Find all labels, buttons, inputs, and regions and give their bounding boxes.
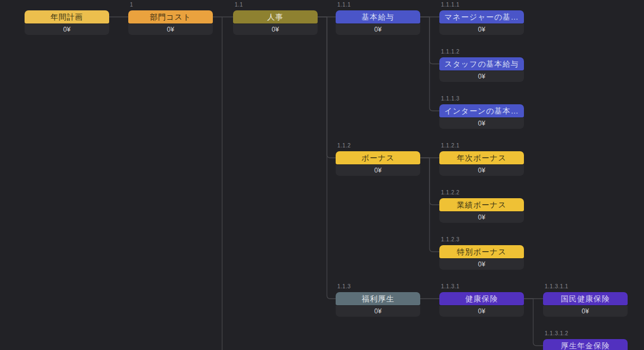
node-code-label: 1.1.3.1.1 — [545, 283, 568, 290]
node-annual[interactable]: 年間計画0¥ — [25, 10, 109, 35]
node-staff-salary[interactable]: 1.1.1.2スタッフの基本給与0¥ — [439, 57, 524, 82]
node-title: 厚生年金保険 — [543, 339, 628, 350]
node-benefits[interactable]: 1.1.3福利厚生0¥ — [336, 292, 420, 317]
node-special-bonus[interactable]: 1.1.2.3特別ボーナス0¥ — [439, 245, 524, 270]
node-bonus[interactable]: 1.1.2ボーナス0¥ — [336, 151, 420, 176]
node-code-label: 1.1.2.1 — [441, 143, 460, 149]
node-base-salary[interactable]: 1.1.1基本給与0¥ — [336, 10, 420, 35]
node-code-label: 1.1.1.2 — [441, 49, 460, 55]
node-intern-salary[interactable]: 1.1.1.3インターンの基本…0¥ — [439, 104, 524, 129]
node-title: 福利厚生 — [336, 292, 420, 305]
node-health-ins[interactable]: 1.1.3.1健康保険0¥ — [439, 292, 524, 317]
node-code-label: 1.1.1.1 — [441, 2, 460, 8]
node-title: 年次ボーナス — [439, 151, 524, 164]
node-value: 0¥ — [336, 24, 420, 35]
node-value: 0¥ — [336, 165, 420, 176]
node-title: インターンの基本… — [439, 104, 524, 117]
node-value: 0¥ — [439, 165, 524, 176]
node-value: 0¥ — [439, 259, 524, 270]
node-perf-bonus[interactable]: 1.1.2.2業績ボーナス0¥ — [439, 198, 524, 223]
node-title: 人事 — [233, 10, 318, 23]
node-value: 0¥ — [233, 24, 318, 35]
node-pension-ins[interactable]: 1.1.3.1.2厚生年金保険0¥ — [543, 339, 628, 350]
node-code-label: 1.1.2 — [337, 143, 351, 149]
node-title: 年間計画 — [25, 10, 109, 23]
node-code-label: 1.1.3.1 — [441, 283, 460, 290]
node-code-label: 1.1.3 — [337, 283, 351, 290]
node-title: ボーナス — [336, 151, 420, 164]
node-code-label: 1.1.2.2 — [441, 189, 460, 196]
node-dept[interactable]: 1部門コスト0¥ — [128, 10, 213, 35]
node-value: 0¥ — [439, 306, 524, 317]
node-title: 健康保険 — [439, 292, 524, 305]
node-value: 0¥ — [439, 212, 524, 223]
node-code-label: 1.1.3.1.2 — [545, 330, 568, 337]
node-value: 0¥ — [439, 24, 524, 35]
node-title: 国民健康保険 — [543, 292, 628, 305]
mindmap-canvas[interactable]: 年間計画0¥1部門コスト0¥1.1人事0¥1.1.1基本給与0¥1.1.1.1マ… — [0, 0, 644, 350]
node-value: 0¥ — [543, 306, 628, 317]
node-value: 0¥ — [128, 24, 213, 35]
node-code-label: 1.1.1.3 — [441, 96, 460, 102]
node-value: 0¥ — [439, 118, 524, 129]
node-title: スタッフの基本給与 — [439, 57, 524, 70]
node-annual-bonus[interactable]: 1.1.2.1年次ボーナス0¥ — [439, 151, 524, 176]
node-value: 0¥ — [25, 24, 109, 35]
node-code-label: 1.1 — [235, 2, 243, 8]
node-code-label: 1 — [130, 2, 133, 8]
node-code-label: 1.1.2.3 — [441, 236, 460, 243]
node-value: 0¥ — [336, 306, 420, 317]
node-mgr-salary[interactable]: 1.1.1.1マネージャーの基…0¥ — [439, 10, 524, 35]
node-value: 0¥ — [439, 71, 524, 82]
node-national-health[interactable]: 1.1.3.1.1国民健康保険0¥ — [543, 292, 628, 317]
node-title: マネージャーの基… — [439, 10, 524, 23]
node-title: 業績ボーナス — [439, 198, 524, 211]
edge — [524, 299, 543, 346]
node-code-label: 1.1.1 — [337, 2, 351, 8]
node-title: 部門コスト — [128, 10, 213, 23]
node-title: 基本給与 — [336, 10, 420, 23]
node-title: 特別ボーナス — [439, 245, 524, 258]
node-hr[interactable]: 1.1人事0¥ — [233, 10, 318, 35]
